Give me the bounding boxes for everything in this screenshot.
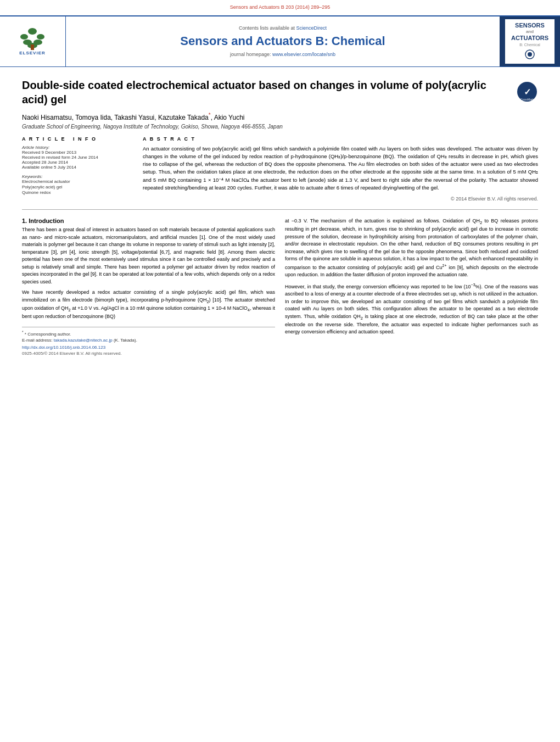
authors-text: Naoki Hisamatsu, Tomoya Iida, Takashi Ya…: [22, 114, 244, 121]
journal-homepage: journal homepage: www.elsevier.com/locat…: [230, 52, 335, 57]
sensors-logo-sub: B: Chemical: [507, 43, 552, 47]
affiliation-line: Graduate School of Engineering, Nagoya I…: [22, 124, 538, 130]
authors-line: Naoki Hisamatsu, Tomoya Iida, Takashi Ya…: [22, 112, 538, 121]
journal-title: Sensors and Actuators B: Chemical: [180, 34, 385, 48]
homepage-link[interactable]: www.elsevier.com/locate/snb: [272, 52, 335, 57]
and-text: and: [507, 29, 552, 35]
article-history-label: Article history:: [22, 145, 132, 150]
accepted-value: Accepted 28 June 2014: [22, 160, 132, 165]
svg-text:CrossMark: CrossMark: [520, 98, 534, 101]
keywords-section: Keywords: Electrochemical actuator Poly(…: [22, 174, 132, 195]
header-center: Contents lists available at ScienceDirec…: [66, 16, 500, 66]
svg-point-3: [37, 34, 44, 40]
received-value: Received 9 December 2013: [22, 150, 132, 155]
revised-value: Received in revised form 24 June 2014: [22, 155, 132, 160]
article-content: Double-side coated electrochemical actua…: [0, 67, 560, 367]
body-para4: However, in that study, the energy conve…: [285, 282, 538, 336]
crossmark-icon[interactable]: ✓ CrossMark: [516, 81, 538, 103]
abstract-col: A B S T R A C T An actuator consisting o…: [143, 136, 538, 202]
abstract-heading: A B S T R A C T: [143, 136, 538, 142]
svg-point-10: [528, 52, 532, 57]
article-info-col: A R T I C L E I N F O Article history: R…: [22, 136, 132, 202]
elsevier-tree-icon: ELSEVIER: [12, 27, 53, 55]
sensors-logo-text: SENSORS and ACTUATORS: [507, 22, 552, 42]
body-para1: There has been a great deal of interest …: [22, 226, 275, 286]
sensors-logo-inner: SENSORS and ACTUATORS B: Chemical: [505, 19, 555, 64]
journal-ref-top: Sensors and Actuators B 203 (2014) 289–2…: [11, 4, 549, 10]
body-col-left: 1. Introduction There has been a great d…: [22, 217, 275, 356]
sensors-icon: [522, 49, 538, 60]
keywords-label: Keywords:: [22, 174, 132, 179]
doi-line[interactable]: http://dx.doi.org/10.1016/j.snb.2014.06.…: [22, 345, 275, 350]
contents-line: Contents lists available at ScienceDirec…: [239, 25, 327, 31]
elsevier-logo: ELSEVIER: [12, 27, 53, 55]
article-history-item: Article history: Received 9 December 201…: [22, 145, 132, 170]
sensors-logo-box: SENSORS and ACTUATORS B: Chemical: [500, 16, 560, 66]
footnote-area: * * Corresponding author. E-mail address…: [22, 327, 275, 356]
elsevier-logo-box: ELSEVIER: [0, 16, 66, 66]
svg-text:ELSEVIER: ELSEVIER: [19, 51, 46, 55]
page: Sensors and Actuators B 203 (2014) 289–2…: [0, 0, 560, 742]
crossmark-svg: ✓ CrossMark: [516, 81, 538, 103]
keyword-1: Electrochemical actuator: [22, 179, 132, 184]
sciencedirect-link[interactable]: ScienceDirect: [296, 25, 327, 31]
svg-point-1: [28, 28, 37, 35]
footnote-corresponding: * * Corresponding author.: [22, 330, 275, 337]
keyword-3: Quinone redox: [22, 190, 132, 195]
header-band: ELSEVIER Contents lists available at Sci…: [0, 15, 560, 67]
body-para2: We have recently developed a redox actua…: [22, 289, 275, 320]
svg-rect-7: [31, 44, 34, 50]
email-link[interactable]: takada.kazutake@nitech.ac.jp: [54, 338, 113, 343]
sensors-text: SENSORS: [507, 22, 552, 29]
article-title: Double-side coated electrochemical actua…: [22, 78, 508, 107]
header-top: Sensors and Actuators B 203 (2014) 289–2…: [0, 0, 560, 15]
abstract-text: An actuator consisting of two poly(acryl…: [143, 145, 538, 192]
homepage-text: journal homepage:: [230, 52, 271, 57]
keyword-2: Poly(acrylic acid) gel: [22, 185, 132, 189]
body-col-right: at −0.3 V. The mechanism of the actuatio…: [285, 217, 538, 356]
body-para3: at −0.3 V. The mechanism of the actuatio…: [285, 217, 538, 279]
bottom-copyright: 0925-4005/© 2014 Elsevier B.V. All right…: [22, 351, 275, 356]
article-title-area: Double-side coated electrochemical actua…: [22, 78, 538, 107]
footnote-email: E-mail address: takada.kazutake@nitech.a…: [22, 338, 275, 343]
svg-text:✓: ✓: [524, 87, 531, 97]
copyright-line: © 2014 Elsevier B.V. All rights reserved…: [143, 196, 538, 202]
body-two-col: 1. Introduction There has been a great d…: [22, 217, 538, 356]
divider: [22, 209, 538, 210]
article-info-heading: A R T I C L E I N F O: [22, 136, 132, 142]
section1-heading: 1. Introduction: [22, 217, 275, 224]
contents-text: Contents lists available at: [239, 25, 295, 31]
two-col-info-abstract: A R T I C L E I N F O Article history: R…: [22, 136, 538, 202]
online-value: Available online 5 July 2014: [22, 165, 132, 170]
svg-point-2: [20, 34, 28, 40]
actuators-text: ACTUATORS: [507, 35, 552, 42]
